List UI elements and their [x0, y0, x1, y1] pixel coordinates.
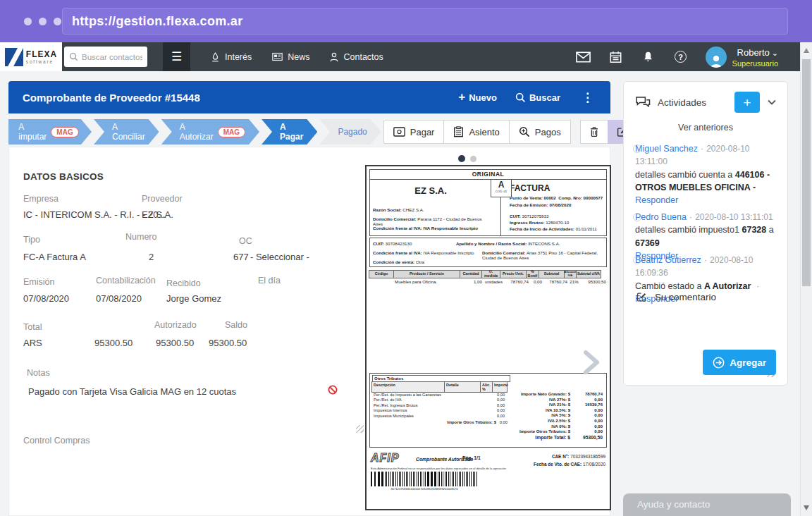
oc-value[interactable]: - Seleccionar - [250, 252, 309, 262]
avatar-placeholder-icon [633, 256, 641, 264]
invoice-items-header: Código Producto / Servicio Cantidad U. m… [369, 270, 607, 278]
arrow-circle-icon [713, 357, 725, 369]
divider [500, 197, 501, 236]
receiver-venta: Condición de venta: Otra [373, 259, 424, 264]
flexa-logo[interactable]: FLEXA software [0, 42, 62, 71]
logo-title: FLEXA [26, 49, 57, 59]
receiver-domicilio: Domicilio Comercial: Arias 3751 Piso 16 … [482, 250, 606, 260]
document-panel: DATOS BASICOS Empresa IC - INTERICOM S.A… [8, 147, 610, 516]
search-input[interactable] [82, 53, 142, 61]
carousel-dot[interactable] [470, 156, 476, 162]
agregar-label: Agregar [730, 357, 766, 368]
nav-item-label: Interés [225, 52, 252, 62]
invoice-pos-line: Punto de Venta: 00002 Comp. Nro: 0000067… [510, 195, 605, 200]
notas-value[interactable]: Pagado con Tarjeta Visa Galicia MAG en 1… [28, 386, 236, 397]
avatar [706, 47, 727, 68]
nav-item-interes[interactable]: Interés [210, 51, 252, 63]
activities-title: Actividades [658, 97, 706, 108]
search-button[interactable]: Buscar [515, 92, 560, 103]
next-page-arrow[interactable] [582, 350, 601, 375]
afip-disclaimer: Esta Administración Federal no se respon… [371, 467, 506, 470]
new-button[interactable]: + Nuevo [458, 90, 497, 104]
activity-author-link[interactable]: Miguel Sanchez [635, 144, 698, 154]
asiento-button[interactable]: Asiento [443, 120, 509, 144]
numero-value[interactable]: 2 [149, 252, 154, 262]
agregar-button[interactable]: Agregar [703, 350, 776, 375]
dot-separator: · [704, 255, 707, 265]
top-navbar: FLEXA software ☰ Interés News Contactos … [0, 42, 812, 71]
help-glyph: ? [678, 53, 683, 61]
ver-anteriores-link[interactable]: Ver anteriores [624, 123, 787, 133]
mail-icon[interactable] [576, 49, 591, 65]
workflow-step-pagado[interactable]: Pagado [319, 119, 381, 145]
tributos-row: Per./Ret. de IVA0,00 [372, 398, 510, 403]
kebab-menu-icon[interactable]: ⋮ [579, 90, 596, 105]
carousel-dot-active[interactable] [458, 155, 465, 162]
add-activity-button[interactable]: + [734, 92, 760, 113]
step-label: A imputar [18, 122, 47, 142]
pagos-button[interactable]: Pagos [509, 120, 571, 144]
scroll-up-arrow[interactable] [804, 48, 809, 53]
tributos-total: Importe Otros Tributos: $ 0,00 [372, 420, 508, 424]
tributos-row: Per./Ret. Ingresos Brutos0,00 [372, 403, 510, 408]
activity-author-link[interactable]: Pedro Buena [635, 212, 687, 222]
workflow-step-a-autorizar[interactable]: A Autorizar MAG [161, 119, 259, 145]
pagar-button[interactable]: Pagar [383, 120, 445, 144]
workflow-step-a-imputar[interactable]: A imputar MAG [8, 119, 92, 145]
scrollbar-thumb[interactable] [802, 59, 811, 286]
nav-item-contactos[interactable]: Contactos [329, 51, 383, 63]
window-controls[interactable] [24, 18, 61, 25]
workflow-bar: A imputar MAG A Conciliar A Autorizar MA… [8, 118, 610, 145]
search-icon [515, 92, 526, 103]
trash-icon [588, 125, 601, 138]
page-scrollbar[interactable] [800, 42, 812, 516]
activity-text: detalles cambió impuesto1 67328 a 67369 [635, 223, 777, 249]
activity-item: Miguel Sanchez·2020-08-10 13:11:00 detal… [635, 142, 777, 207]
dot-separator: · [756, 281, 759, 291]
emision-value[interactable]: 07/08/2020 [23, 293, 69, 304]
tributos-row: Per./Ret. de Impuesto a las Ganancias0,0… [372, 393, 510, 398]
total-value[interactable]: 95300.50 [94, 338, 133, 348]
url-bar[interactable]: https://gestion.flexa.com.ar [62, 8, 788, 35]
calendar-icon[interactable] [608, 49, 624, 65]
scroll-down-arrow[interactable] [804, 505, 809, 510]
contabilizacion-value[interactable]: 07/08/2020 [96, 293, 142, 304]
total-currency[interactable]: ARS [23, 338, 42, 348]
comment-input[interactable] [635, 307, 777, 350]
tipo-value[interactable]: FC-A Factura A [23, 252, 86, 262]
delete-button[interactable] [580, 120, 608, 144]
notas-resize-handle[interactable] [356, 425, 364, 433]
nav-item-news[interactable]: News [271, 51, 309, 62]
notifications-icon[interactable] [641, 49, 656, 65]
user-menu[interactable]: Roberto⌄ Superusuario [706, 45, 778, 69]
proveedor-label: Proveedor [142, 194, 183, 204]
chat-icon [635, 96, 651, 109]
cae-line: CAE N°: 70323943186599 [534, 453, 605, 460]
help-icon[interactable]: ? [673, 49, 689, 65]
step-label: A Pagar [280, 122, 303, 142]
contact-search[interactable] [64, 47, 147, 67]
help-contact-bar[interactable]: Ayuda y contacto [623, 493, 791, 516]
chevron-down-icon: ⌄ [772, 49, 778, 57]
receiver-cuit: CUIT: 30708423130 [373, 241, 412, 246]
recibido-value[interactable]: Jorge Gomez [166, 293, 221, 304]
workflow-step-a-conciliar[interactable]: A Conciliar [94, 119, 159, 145]
search-button-label: Buscar [529, 92, 560, 103]
menu-icon[interactable]: ☰ [163, 42, 190, 71]
news-icon [271, 51, 283, 62]
tributos-row: Impuestos Municipales0,00 [372, 414, 510, 419]
invoice-letter-code: COD. 01 [491, 190, 511, 193]
emision-label: Emisión [23, 277, 54, 287]
plus-icon: + [458, 90, 465, 104]
page-count: Pág. 1/1 [462, 455, 481, 460]
proveedor-value[interactable]: EZ S.A. [142, 209, 173, 220]
invoice-receiver-box: CUIT: 30708423130 Apellido y Nombre / Ra… [369, 238, 607, 267]
activity-author-link[interactable]: Beatriz Gutierrez [635, 255, 701, 265]
collapse-chevron-icon[interactable] [766, 97, 777, 108]
receiver-iva: Condición frente al IVA: IVA Responsable… [373, 250, 474, 255]
workflow-step-a-pagar[interactable]: A Pagar [262, 119, 317, 145]
pagos-label: Pagos [535, 127, 561, 137]
punto-venta-value[interactable]: 677 [233, 252, 249, 262]
responder-link[interactable]: Responder [635, 194, 777, 207]
step-label: Pagado [338, 127, 367, 137]
